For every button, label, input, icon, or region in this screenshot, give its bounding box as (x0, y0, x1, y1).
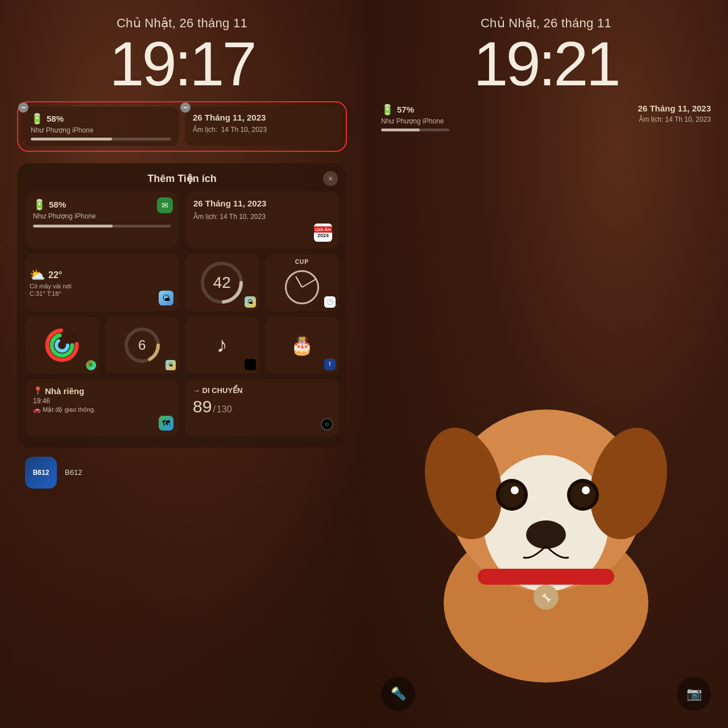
cup-label: CUP (295, 259, 309, 265)
widgets-third-row: ⊙ 6 🌤 ♪ ♪ 🎂 f (17, 317, 347, 374)
widgets-top-row: 🔋 58% Như Phượng iPhone ✉ 26 Tháng 11, 2… (17, 192, 347, 249)
torch-icon: 🔦 (391, 686, 406, 701)
weather-desc: Có mây vài nơi (30, 283, 72, 290)
right-bottom-buttons: 🔦 📷 (381, 677, 711, 711)
widgets-second-row: ⛅ 22° Có mây vài nơi C:31° T:18° 🌤 42 🌤 … (17, 254, 347, 311)
maps-app-icon: 🗺 (159, 416, 173, 431)
camera-icon: 📷 (686, 686, 702, 701)
tiktok-app-icon: ♪ (245, 359, 256, 370)
panel-date-widget[interactable]: 26 Tháng 11, 2023 Âm lịch: 14 Th 10, 202… (185, 192, 339, 249)
left-time: 19:17 (109, 31, 254, 97)
panel-battery-progress (33, 225, 113, 228)
highlighted-widget-row: − 🔋 58% Như Phượng iPhone − 26 Tháng 11,… (17, 101, 347, 152)
right-gregorian-date: 26 Tháng 11, 2023 (557, 104, 711, 113)
battery-percent-highlighted: 58% (47, 114, 64, 123)
date-widget-highlighted[interactable]: − 26 Tháng 11, 2023 Âm lịch: 14 Th 10, 2… (185, 107, 341, 146)
right-battery-percent: 57% (397, 105, 414, 114)
panel-gregorian-date: 26 Tháng 11, 2023 (193, 198, 331, 208)
number-widget-app-icon: 🌤 (245, 296, 256, 308)
left-panel: Chủ Nhật, 26 tháng 11 19:17 − 🔋 58% Như … (0, 0, 364, 728)
dog-container: 🦴 (387, 228, 705, 694)
calendar-badge-top: Lịch Âm (314, 226, 332, 233)
minus-btn-battery[interactable]: − (18, 102, 28, 113)
right-lunar-date: Âm lịch: 14 Th 10, 2023 (557, 115, 711, 123)
right-time: 19:21 (473, 31, 618, 97)
activity-widget[interactable]: ⊙ (25, 317, 100, 374)
battery-progress-highlighted (31, 138, 112, 140)
screen-time-widget[interactable]: 6 🌤 (105, 317, 180, 374)
dog-svg: 🦴 (404, 307, 688, 694)
panel-lunar-date: Âm lịch: 14 Th 10, 2023 (193, 213, 331, 221)
clock-hour-hand (295, 276, 303, 287)
activity-app-icon: ⊙ (86, 360, 96, 370)
right-device-name: Như Phượng iPhone (381, 117, 535, 125)
b612-label: B612 (65, 468, 82, 477)
right-battery-widget: 🔋 57% Như Phượng iPhone (381, 104, 535, 131)
panel-battery-percent: 58% (49, 200, 66, 209)
screen-time-value: 6 (138, 337, 146, 353)
device-name-highlighted: Như Phượng iPhone (31, 126, 171, 134)
birthday-widget[interactable]: 🎂 f (265, 317, 340, 374)
panel-title: Thêm Tiện ích (147, 172, 217, 185)
weather-temp: 22° (48, 270, 62, 280)
tiktok-logo: ♪ (217, 333, 228, 357)
svg-text:🦴: 🦴 (541, 593, 552, 603)
cup-clock-face (285, 270, 319, 304)
svg-point-20 (582, 486, 590, 494)
b612-icon-text: B612 (33, 469, 49, 477)
add-widget-panel: Thêm Tiện ích × 🔋 58% Như Phượng iPhone … (17, 163, 347, 448)
clock-min-hand (301, 279, 316, 288)
screen-time-app-icon: 🌤 (166, 360, 176, 370)
maps-location: Nhà riêng (45, 386, 84, 396)
svg-point-16 (499, 482, 524, 507)
weather-app-icon: 🌤 (159, 291, 173, 305)
calendar-badge: Lịch Âm 2024 (314, 224, 332, 242)
right-widgets-row: 🔋 57% Như Phượng iPhone 26 Tháng 11, 202… (381, 104, 711, 131)
svg-point-21 (526, 520, 566, 549)
fitness-separator: / (213, 404, 215, 415)
bottom-app-row: B612 B612 (17, 448, 347, 489)
right-panel: Chủ Nhật, 26 tháng 11 19:21 🔋 57% Như Ph… (364, 0, 728, 728)
maps-desc: 🚗 Mật độ giao thông. (33, 406, 171, 413)
fitness-widget[interactable]: → DI CHUYỂN 89 / 130 ⊙ (185, 379, 339, 436)
birthday-app-icon: f (324, 359, 336, 370)
widgets-fourth-row: 📍 Nhà riêng 19:46 🚗 Mật độ giao thông. 🗺… (17, 379, 347, 436)
activity-rings-svg (45, 328, 79, 362)
fitness-current: 89 (193, 397, 212, 416)
maps-widget[interactable]: 📍 Nhà riêng 19:46 🚗 Mật độ giao thông. 🗺 (25, 379, 179, 436)
right-battery-progress (381, 129, 420, 131)
gregorian-date-highlighted: 26 Tháng 11, 2023 (193, 113, 333, 122)
cup-app-icon: 🕐 (324, 296, 336, 308)
torch-button[interactable]: 🔦 (381, 677, 415, 711)
fitness-app-icon: ⊙ (321, 418, 333, 431)
calendar-badge-year: 2024 (317, 233, 329, 238)
number-widget[interactable]: 42 🌤 (185, 254, 259, 311)
weather-range: C:31° T:18° (30, 290, 61, 297)
b612-app-icon[interactable]: B612 (25, 457, 57, 489)
panel-battery-widget[interactable]: 🔋 58% Như Phượng iPhone ✉ (25, 192, 179, 249)
camera-button[interactable]: 📷 (677, 677, 711, 711)
fitness-total: 130 (217, 404, 232, 415)
panel-device-name: Như Phượng iPhone (33, 212, 171, 220)
minus-btn-date[interactable]: − (180, 102, 191, 113)
close-button[interactable]: × (323, 171, 338, 186)
lunar-date-highlighted: Âm lịch: 14 Th 10, 2023 (193, 126, 333, 134)
fitness-arrow: → DI CHUYỂN (193, 386, 331, 395)
battery-widget-highlighted[interactable]: − 🔋 58% Như Phượng iPhone (23, 107, 179, 146)
panel-header: Thêm Tiện ích × (17, 163, 347, 192)
tiktok-widget[interactable]: ♪ ♪ (185, 317, 259, 374)
weather-widget[interactable]: ⛅ 22° Có mây vài nơi C:31° T:18° 🌤 (25, 254, 179, 311)
maps-time: 19:46 (33, 397, 171, 405)
cup-widget[interactable]: CUP 🕐 (265, 254, 340, 311)
svg-rect-22 (478, 569, 614, 585)
green-message-icon: ✉ (157, 197, 173, 213)
right-date-widget: 26 Tháng 11, 2023 Âm lịch: 14 Th 10, 202… (557, 104, 711, 131)
screen-time-number: 42 (213, 274, 231, 292)
svg-point-19 (570, 482, 595, 507)
birthday-icon: 🎂 (291, 334, 313, 356)
svg-point-17 (511, 486, 519, 494)
